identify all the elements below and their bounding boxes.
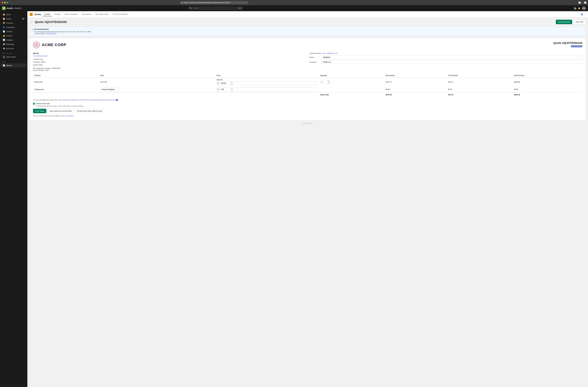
close-button[interactable]: [2, 2, 3, 3]
user-action-icon[interactable]: 👤: [581, 13, 583, 15]
sidebar-item-products[interactable]: 📦 Products: [1, 21, 26, 25]
browser-chrome: ‹ › 🔒 admin.shopify.com/store/qteedy/app…: [0, 0, 588, 5]
sidebar-item-finance[interactable]: 💰 Finance: [1, 34, 26, 38]
total-vat-amount: $27.54: [447, 93, 513, 97]
total-label: [33, 93, 99, 97]
forward-nav-button[interactable]: ›: [13, 1, 15, 4]
vat-number: VAT registration number: 1234567890: [33, 67, 306, 69]
shopify-logo: S shopify Winter '25: [2, 7, 22, 10]
tab-api-documentation[interactable]: API Documentation: [111, 12, 130, 16]
price-down-button[interactable]: ▼: [231, 83, 233, 85]
price-prefix: $: [217, 82, 220, 85]
price-input-wrap: $ ▲ ▼: [217, 81, 317, 85]
col-product: Product: [33, 74, 99, 78]
sidebar-item-analytics[interactable]: 📊 Analytics: [1, 38, 26, 42]
company-input[interactable]: [321, 60, 582, 64]
qty-input[interactable]: [320, 80, 327, 84]
back-nav-button[interactable]: ‹: [10, 1, 12, 4]
sidebar-item-label: Orders: [6, 18, 12, 20]
qty-down-button[interactable]: ▼: [328, 82, 330, 84]
privacy-policy-link[interactable]: Privacy Policy: [303, 122, 313, 124]
sales-channels-expand-icon[interactable]: ›: [25, 52, 25, 54]
sidebar-item-qteedy[interactable]: 📄 Qteedy: [1, 63, 26, 67]
address-text: admin.shopify.com/store/qteedy/apps/easy…: [184, 2, 230, 3]
more-options-icon[interactable]: ⋯: [584, 13, 586, 15]
quote-currency: Quote currency: USD: [33, 69, 306, 71]
download-pdf-button[interactable]: Download PDF: [556, 20, 572, 24]
shipping-price-up[interactable]: ▲: [231, 88, 233, 89]
sidebar-item-content[interactable]: 📄 Content: [1, 29, 26, 34]
bell-icon[interactable]: 🔔: [578, 7, 580, 9]
customer-email-field: Customer email: rjkroon@gmail.com: [309, 52, 582, 54]
company-logo: [33, 41, 40, 48]
shipping-quantity: [319, 86, 384, 93]
orders-icon: 📋: [3, 18, 5, 20]
company-name: ACME CORP: [42, 43, 66, 47]
sidebar-item-discounts[interactable]: 🏷️ Discounts: [1, 46, 26, 50]
search-bar[interactable]: 🔍 ⌘ K: [188, 6, 243, 10]
sidebar-nav: 🏠 Home 📋 Orders 59 📦 Products 👤 Customer…: [0, 11, 27, 386]
create-draft-no-email-button[interactable]: Create Draft order without email: [75, 109, 104, 113]
user-avatar[interactable]: qteedy: [582, 6, 586, 10]
extensions-icon[interactable]: ⬜: [584, 1, 586, 4]
tab-settings[interactable]: Settings: [52, 12, 63, 16]
tab-quote-templates[interactable]: Quote Templates: [63, 12, 80, 16]
save-and-send-button[interactable]: Save quote and send Quote: [47, 109, 74, 113]
create-draft-label[interactable]: Create Draft order: [33, 103, 582, 105]
sidebar-item-online-store[interactable]: 🖥️ Online Store: [1, 55, 26, 59]
maximize-button[interactable]: [7, 2, 8, 3]
save-quote-button[interactable]: Save quote: [33, 109, 46, 113]
customer-email-link[interactable]: rjkroon@gmail.com: [322, 52, 338, 54]
apps-expand-icon[interactable]: ›: [25, 61, 25, 63]
back-button[interactable]: ←: [30, 20, 34, 24]
company-header: ACME CORP Quote #QUOTE002434 QUOTE002434: [33, 41, 582, 49]
quote-number-badge: QUOTE002434: [571, 45, 582, 47]
sidebar-section-sales-channels: Sales channels ›: [0, 51, 27, 55]
store-icon[interactable]: 🏪: [574, 7, 576, 9]
search-input[interactable]: [193, 7, 237, 9]
shipping-sku: [99, 86, 215, 93]
tab-subscription[interactable]: Subscription: [80, 12, 93, 16]
shipping-rate-input[interactable]: [100, 88, 120, 91]
add-tab-icon[interactable]: +: [582, 1, 583, 4]
info-icon: ℹ: [32, 28, 33, 35]
address-bar[interactable]: 🔒 admin.shopify.com/store/qteedy/apps/ea…: [180, 1, 249, 4]
sender-email-link[interactable]: roman@paidify.pw: [33, 55, 48, 57]
info-banner-title: Processed Quote: [34, 28, 91, 30]
sidebar-item-home[interactable]: 🏠 Home: [1, 12, 26, 17]
info-banner: ℹ Processed Quote You already processed …: [30, 26, 586, 36]
shipping-price-input[interactable]: [220, 88, 231, 91]
table-row: R2D2 droid r2d2-123 $299.99 $ ▲ ▼: [33, 78, 582, 86]
info-banner-content: Processed Quote You already processed an…: [34, 28, 91, 35]
sidebar-footer: ⚙️ Settings: [0, 386, 27, 387]
order-url-link[interactable]: https://qteedy.myshopify.com/30061752/in…: [59, 99, 115, 101]
col-quantity: Quantity: [319, 74, 384, 78]
price-up-button[interactable]: ▲: [231, 81, 233, 83]
share-icon[interactable]: ⬜: [578, 1, 581, 4]
sidebar-item-customers[interactable]: 👤 Customers: [1, 25, 26, 29]
sidebar-item-orders[interactable]: 📋 Orders 59: [1, 17, 26, 21]
phone-input[interactable]: [321, 56, 582, 59]
lock-icon: 🔒: [181, 2, 183, 3]
minimize-button[interactable]: [4, 2, 6, 3]
sidebar-item-label: Content: [6, 31, 12, 33]
sidebar-item-marketing[interactable]: 📢 Marketing: [1, 42, 26, 46]
sidebar-item-label: Home: [6, 14, 11, 16]
template-note: You are using custom quote template: bli…: [33, 115, 582, 117]
product-name: R2D2 droid: [33, 78, 99, 86]
tab-app-setup-guide[interactable]: App Setup Guide: [93, 12, 111, 16]
tab-quotes[interactable]: Quotes: [42, 12, 52, 16]
template-link[interactable]: blinds no address: [61, 115, 74, 117]
products-table: Product SKU Price Quantity Net amount VA…: [33, 74, 582, 97]
order-link[interactable]: 962168782896: [45, 33, 56, 35]
create-draft-checkbox[interactable]: [33, 103, 35, 105]
app-name: Qteedy: [35, 13, 41, 16]
price-input[interactable]: [220, 82, 231, 85]
view-pdf-button[interactable]: View PDF: [573, 20, 586, 24]
shipping-price: $ ▲ ▼: [215, 86, 319, 93]
shipping-price-down[interactable]: ▼: [231, 89, 233, 91]
quote-title-right: Quote #QUOTE002434 QUOTE002434: [553, 41, 582, 49]
analytics-icon: 📊: [3, 39, 5, 41]
marketing-icon: 📢: [3, 43, 5, 45]
qty-up-button[interactable]: ▲: [328, 80, 330, 82]
